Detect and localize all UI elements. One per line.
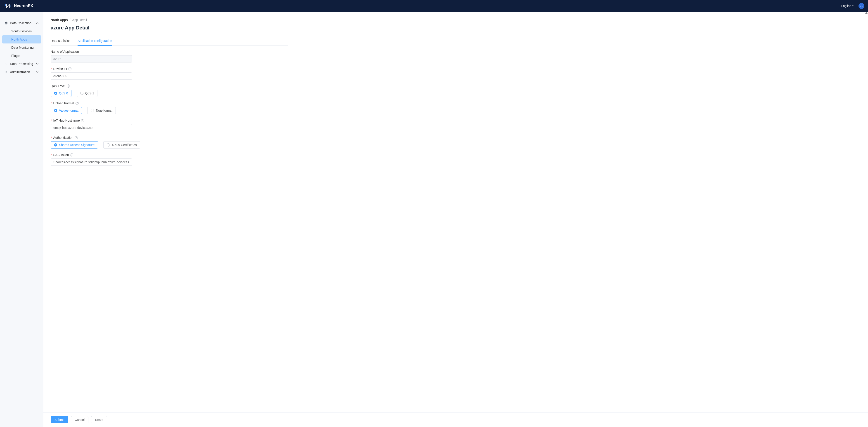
radio-dot-icon bbox=[107, 143, 110, 146]
radio-dot-icon bbox=[54, 92, 57, 95]
help-icon[interactable]: ? bbox=[67, 84, 70, 88]
reset-button[interactable]: Reset bbox=[91, 416, 107, 423]
input-sas-token[interactable] bbox=[51, 159, 132, 166]
radio-qos-0[interactable]: QoS 0 bbox=[51, 90, 71, 97]
content: North Apps / App Detail azure App Detail… bbox=[43, 12, 868, 412]
nav-group-title: Data Collection bbox=[10, 21, 31, 25]
field-authentication: * Authentication ? Shared Access Signatu… bbox=[51, 136, 177, 148]
brand-logo-icon bbox=[4, 3, 11, 9]
nav-group-title: Administration bbox=[10, 70, 30, 74]
radio-sas[interactable]: Shared Access Signature bbox=[51, 141, 98, 148]
dataflow-icon bbox=[4, 62, 8, 65]
field-sas-token: * SAS Token ? bbox=[51, 153, 177, 166]
label-hostname: IoT Hub Hostname bbox=[53, 119, 80, 122]
page-title: azure App Detail bbox=[51, 25, 861, 31]
help-icon[interactable]: ? bbox=[75, 102, 79, 105]
app-header: NeuronEX English bbox=[0, 0, 868, 12]
radio-dot-icon bbox=[80, 92, 84, 95]
scrollbar[interactable] bbox=[864, 12, 868, 427]
language-selector[interactable]: English bbox=[841, 4, 855, 8]
nav-group-administration: Administration bbox=[0, 68, 43, 76]
layout: Data Collection South Devices North Apps… bbox=[0, 12, 868, 427]
radio-dot-icon bbox=[54, 143, 57, 146]
sidebar-item-south-devices[interactable]: South Devices bbox=[2, 27, 41, 35]
field-iot-hub-hostname: * IoT Hub Hostname ? bbox=[51, 119, 177, 131]
database-icon bbox=[4, 22, 8, 25]
breadcrumb-first[interactable]: North Apps bbox=[51, 18, 68, 22]
radio-dot-icon bbox=[54, 109, 57, 112]
breadcrumb-separator: / bbox=[70, 18, 70, 22]
input-name bbox=[51, 55, 132, 62]
tab-application-configuration[interactable]: Application configuration bbox=[78, 39, 112, 46]
nav-group-header-data-processing[interactable]: Data Processing bbox=[0, 60, 43, 68]
required-mark: * bbox=[51, 136, 52, 139]
form: Name of Application * Device ID ? QoS Le… bbox=[51, 50, 177, 166]
chevron-down-icon bbox=[36, 70, 39, 73]
chevron-down-icon bbox=[852, 4, 855, 7]
chevron-down-icon bbox=[36, 62, 39, 65]
header-right: English bbox=[841, 3, 864, 9]
required-mark: * bbox=[51, 102, 52, 105]
footer-actions: Submit Cancel Reset bbox=[43, 412, 868, 427]
sidebar: Data Collection South Devices North Apps… bbox=[0, 12, 43, 427]
label-sas-token: SAS Token bbox=[53, 153, 69, 157]
input-hostname[interactable] bbox=[51, 124, 132, 131]
help-icon[interactable]: ? bbox=[70, 153, 73, 156]
label-upload-format: Upload Format bbox=[53, 102, 74, 105]
breadcrumb: North Apps / App Detail bbox=[51, 18, 861, 22]
label-name: Name of Application bbox=[51, 50, 79, 53]
user-avatar[interactable] bbox=[859, 3, 864, 9]
main: North Apps / App Detail azure App Detail… bbox=[43, 12, 868, 427]
svg-point-1 bbox=[5, 22, 7, 23]
tabs: Data statistics Application configuratio… bbox=[51, 39, 288, 46]
required-mark: * bbox=[51, 119, 52, 122]
brand-name: NeuronEX bbox=[14, 4, 33, 8]
nav-group-header-administration[interactable]: Administration bbox=[0, 68, 43, 76]
field-name-of-application: Name of Application bbox=[51, 50, 177, 62]
sidebar-item-plugin[interactable]: Plugin bbox=[2, 52, 41, 60]
help-icon[interactable]: ? bbox=[74, 136, 78, 139]
required-mark: * bbox=[51, 153, 52, 157]
brand[interactable]: NeuronEX bbox=[4, 3, 33, 9]
help-icon[interactable]: ? bbox=[68, 67, 71, 70]
sidebar-item-data-monitoring[interactable]: Data Monitoring bbox=[2, 44, 41, 52]
radio-tags-format[interactable]: Tags-format bbox=[87, 107, 116, 114]
field-upload-format: * Upload Format ? Values-format Tags-for… bbox=[51, 102, 177, 114]
radio-values-format[interactable]: Values-format bbox=[51, 107, 82, 114]
required-mark: * bbox=[51, 67, 52, 70]
language-label: English bbox=[841, 4, 851, 8]
breadcrumb-second: App Detail bbox=[72, 18, 87, 22]
nav-group-data-processing: Data Processing bbox=[0, 60, 43, 68]
scroll-arrow-up-icon bbox=[865, 12, 868, 13]
radio-dot-icon bbox=[91, 109, 94, 112]
chevron-up-icon bbox=[36, 22, 39, 24]
label-authentication: Authentication bbox=[53, 136, 73, 139]
svg-point-2 bbox=[6, 72, 6, 73]
field-device-id: * Device ID ? bbox=[51, 67, 177, 80]
help-icon[interactable]: ? bbox=[81, 119, 84, 122]
nav-group-header-data-collection[interactable]: Data Collection bbox=[0, 19, 43, 27]
radio-x509[interactable]: X.509 Certificates bbox=[103, 141, 140, 148]
label-qos: QoS Level bbox=[51, 84, 65, 88]
submit-button[interactable]: Submit bbox=[51, 416, 68, 423]
svg-point-0 bbox=[861, 5, 862, 6]
gear-icon bbox=[4, 70, 8, 74]
nav-group-title: Data Processing bbox=[10, 62, 33, 66]
nav-group-data-collection: Data Collection South Devices North Apps… bbox=[0, 19, 43, 60]
radio-qos-1[interactable]: QoS 1 bbox=[77, 90, 98, 97]
cancel-button[interactable]: Cancel bbox=[71, 416, 89, 423]
tab-data-statistics[interactable]: Data statistics bbox=[51, 39, 70, 46]
label-device-id: Device ID bbox=[53, 67, 67, 70]
field-qos-level: QoS Level ? QoS 0 QoS 1 bbox=[51, 84, 177, 97]
input-device-id[interactable] bbox=[51, 73, 132, 80]
sidebar-item-north-apps[interactable]: North Apps bbox=[2, 35, 41, 44]
